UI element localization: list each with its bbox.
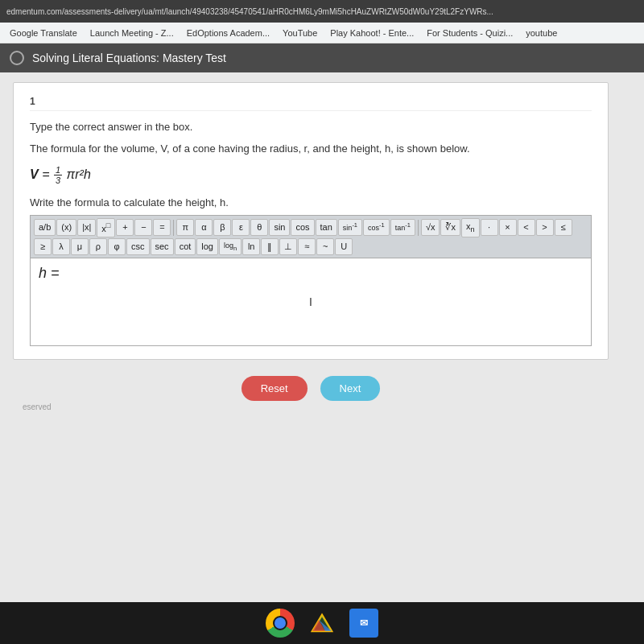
- toolbar-phi[interactable]: φ: [108, 238, 126, 255]
- toolbar-cos[interactable]: cos: [291, 219, 314, 236]
- toolbar-plus[interactable]: +: [116, 219, 134, 236]
- math-toolbar: a/b (x) |x| x□ + − = π α β ε θ sin cos t…: [30, 215, 592, 258]
- toolbar-parentheses[interactable]: (x): [56, 219, 76, 236]
- toolbar-parallel[interactable]: ‖: [261, 238, 279, 255]
- toolbar-beta[interactable]: β: [213, 219, 231, 236]
- toolbar-sqrt[interactable]: √x: [421, 219, 440, 236]
- toolbar-tilde[interactable]: ~: [316, 238, 334, 255]
- question-description: The formula for the volume, V, of a cone…: [30, 141, 592, 157]
- drive-icon[interactable]: [308, 609, 336, 638]
- toolbar-union[interactable]: U: [335, 238, 353, 255]
- toolbar-subscript[interactable]: xn: [461, 218, 480, 237]
- bookmark-youtube[interactable]: YouTube: [278, 27, 322, 39]
- bookmark-google-translate[interactable]: Google Translate: [5, 27, 82, 39]
- answer-input-area[interactable]: h = I: [30, 258, 592, 346]
- header-dot-icon: [10, 51, 24, 65]
- toolbar-minus[interactable]: −: [134, 219, 152, 236]
- toolbar-log[interactable]: log: [196, 238, 218, 255]
- next-button[interactable]: Next: [320, 376, 381, 401]
- toolbar-log-n[interactable]: logn: [219, 238, 242, 255]
- toolbar-sin[interactable]: sin: [269, 219, 290, 236]
- page-title: Solving Literal Equations: Mastery Test: [32, 52, 226, 64]
- toolbar-sep-2: [418, 220, 419, 236]
- toolbar-times[interactable]: ×: [499, 219, 517, 236]
- text-cursor-icon: I: [309, 295, 312, 308]
- chrome-icon[interactable]: [266, 609, 295, 638]
- toolbar-cot[interactable]: cot: [175, 238, 196, 255]
- bookmark-launch-meeting[interactable]: Launch Meeting - Z...: [85, 27, 179, 39]
- toolbar-gt[interactable]: >: [536, 219, 554, 236]
- toolbar-equals[interactable]: =: [153, 219, 171, 236]
- toolbar-rho[interactable]: ρ: [89, 238, 107, 255]
- bookmark-kahoot[interactable]: Play Kahoot! - Ente...: [325, 27, 419, 39]
- bookmarks-bar: Google Translate Launch Meeting - Z... E…: [0, 23, 644, 43]
- taskbar: ✉: [0, 602, 644, 644]
- formula-display: V = 1 3 πr²h: [30, 165, 592, 185]
- main-content: 1 Type the correct answer in the box. Th…: [0, 72, 644, 602]
- page-header: Solving Literal Equations: Mastery Test: [0, 43, 644, 72]
- question-card: 1 Type the correct answer in the box. Th…: [13, 82, 609, 360]
- toolbar-alpha[interactable]: α: [195, 219, 213, 236]
- toolbar-leq[interactable]: ≤: [555, 219, 572, 236]
- toolbar-pi[interactable]: π: [176, 219, 194, 236]
- toolbar-theta[interactable]: θ: [250, 219, 268, 236]
- app-icon[interactable]: ✉: [349, 609, 378, 638]
- browser-url-bar: edmentum.com/assessments-delivery/ua/mt/…: [0, 0, 644, 23]
- toolbar-perp[interactable]: ⊥: [279, 238, 297, 255]
- toolbar-csc[interactable]: csc: [126, 238, 150, 255]
- toolbar-arcsin[interactable]: sin-1: [338, 219, 362, 236]
- toolbar-sep-1: [173, 220, 174, 236]
- footer-reserved-text: eserved: [13, 401, 61, 413]
- toolbar-approx[interactable]: ≈: [298, 238, 316, 255]
- bookmark-edoptions[interactable]: EdOptions Academ...: [182, 27, 275, 39]
- toolbar-sec[interactable]: sec: [151, 238, 174, 255]
- toolbar-epsilon[interactable]: ε: [232, 219, 250, 236]
- toolbar-fraction[interactable]: a/b: [34, 219, 56, 236]
- toolbar-cbrt[interactable]: ∛x: [440, 219, 460, 236]
- toolbar-lambda[interactable]: λ: [52, 238, 70, 255]
- toolbar-mu[interactable]: μ: [71, 238, 89, 255]
- toolbar-lt[interactable]: <: [518, 219, 535, 236]
- question-number: 1: [30, 96, 592, 111]
- question-instruction: Type the correct answer in the box.: [30, 121, 592, 133]
- answer-prefix: h =: [39, 265, 60, 281]
- toolbar-arctan[interactable]: tan-1: [390, 219, 415, 236]
- toolbar-abs-value[interactable]: |x|: [77, 219, 96, 236]
- url-text: edmentum.com/assessments-delivery/ua/mt/…: [6, 7, 493, 16]
- toolbar-ln[interactable]: ln: [242, 238, 260, 255]
- toolbar-superscript[interactable]: x□: [97, 218, 115, 237]
- toolbar-arccos[interactable]: cos-1: [363, 219, 390, 236]
- toolbar-tan[interactable]: tan: [316, 219, 337, 236]
- toolbar-dot[interactable]: ·: [481, 219, 498, 236]
- bookmark-quizi[interactable]: For Students - Quizi...: [422, 27, 518, 39]
- reset-button[interactable]: Reset: [242, 376, 308, 401]
- write-formula-prompt: Write the formula to calculate the heigh…: [30, 196, 592, 208]
- bookmark-youtube2[interactable]: youtube: [521, 27, 562, 39]
- bottom-actions: Reset Next: [13, 376, 609, 401]
- toolbar-geq[interactable]: ≥: [34, 238, 52, 255]
